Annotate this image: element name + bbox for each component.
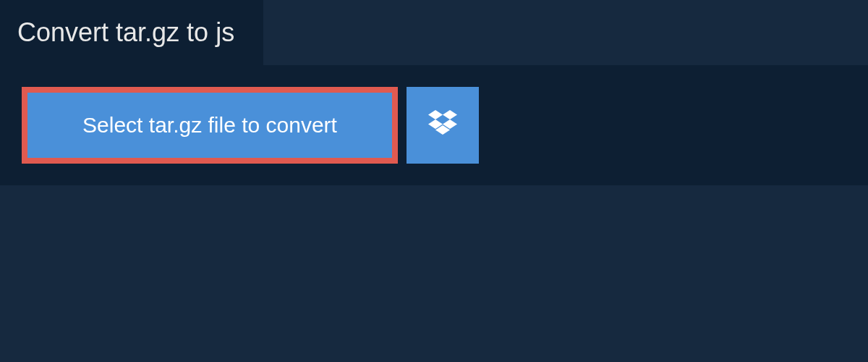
page-title: Convert tar.gz to js: [17, 17, 234, 48]
select-file-button-label: Select tar.gz file to convert: [82, 113, 337, 138]
upload-button-row: Select tar.gz file to convert: [22, 87, 846, 164]
dropbox-icon: [428, 110, 457, 140]
dropbox-upload-button[interactable]: [407, 87, 479, 164]
select-file-button[interactable]: Select tar.gz file to convert: [22, 87, 398, 164]
upload-panel: Select tar.gz file to convert: [0, 65, 868, 185]
page-header-tab: Convert tar.gz to js: [0, 0, 263, 65]
